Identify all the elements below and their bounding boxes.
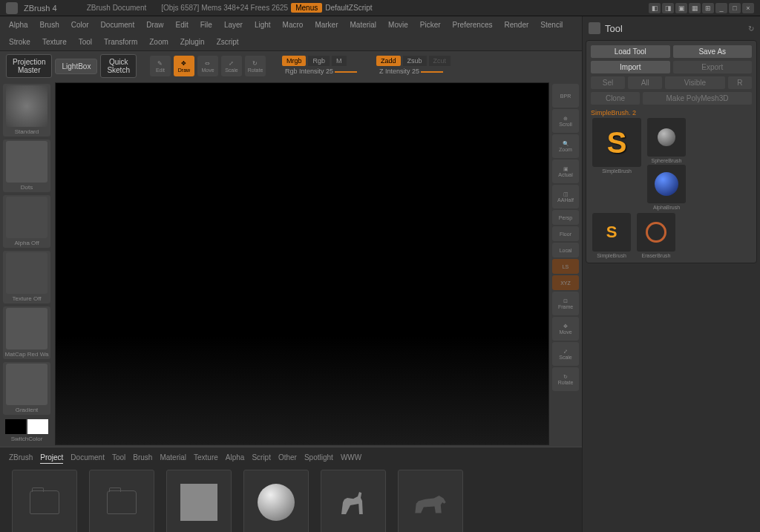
alpha-selector[interactable]: Alpha Off <box>3 195 50 248</box>
rotate-mode-button[interactable]: ↻Rotate <box>245 56 266 76</box>
load-tool-button[interactable]: Load Tool <box>591 45 670 58</box>
tool-thumb-active[interactable]: S SimpleBrush <box>591 118 643 210</box>
lb-tab-project[interactable]: Project <box>40 453 63 464</box>
menu-picker[interactable]: Picker <box>417 19 444 30</box>
persp-button[interactable]: Persp <box>552 210 579 225</box>
material-selector[interactable]: MatCap Red Wa <box>3 306 50 359</box>
lb-tab-material[interactable]: Material <box>160 453 186 464</box>
ls-button[interactable]: LS <box>552 259 579 274</box>
lb-item-defaultsphere[interactable]: DefaultSphere <box>240 470 312 532</box>
minimize-button[interactable]: _ <box>715 3 727 13</box>
lb-tab-script[interactable]: Script <box>252 453 271 464</box>
refresh-icon[interactable]: ↻ <box>748 24 754 33</box>
menu-zoom[interactable]: Zoom <box>146 36 171 47</box>
switch-color[interactable]: SwitchColor <box>3 418 50 444</box>
xyz-button[interactable]: XYZ <box>552 275 579 290</box>
win-btn-2[interactable]: ◨ <box>662 3 674 13</box>
win-btn-1[interactable]: ◧ <box>649 3 661 13</box>
rgb-intensity-slider[interactable]: Rgb Intensity 25 <box>282 66 360 76</box>
menu-brush[interactable]: Brush <box>37 19 62 30</box>
frame-button[interactable]: ⊡Frame <box>552 292 579 315</box>
lb-item-demorhino[interactable]: DemoRhino <box>395 470 466 532</box>
zcut-toggle[interactable]: Zcut <box>429 56 451 66</box>
all-button[interactable]: All <box>628 76 662 89</box>
menu-edit[interactable]: Edit <box>173 19 191 30</box>
edit-mode-button[interactable]: ✎Edit <box>150 56 171 76</box>
menu-material[interactable]: Material <box>347 19 380 30</box>
lb-tab-spotlight[interactable]: Spotlight <box>304 453 333 464</box>
scroll-button[interactable]: ⊕Scroll <box>552 109 579 133</box>
clone-button[interactable]: Clone <box>591 92 640 105</box>
mrgb-toggle[interactable]: Mrgb <box>282 56 307 66</box>
menu-transform[interactable]: Transform <box>101 36 140 47</box>
lb-tab-tool[interactable]: Tool <box>112 453 125 464</box>
win-btn-4[interactable]: ▦ <box>689 3 701 13</box>
make-polymesh-button[interactable]: Make PolyMesh3D <box>643 92 752 105</box>
save-as-button[interactable]: Save As <box>673 45 753 58</box>
tool-thumb-alpha[interactable]: AlphaBrush <box>646 165 687 210</box>
lb-item-mannequin[interactable]: Mannequin <box>86 470 157 532</box>
scale-nav-button[interactable]: ⤢Scale <box>552 342 579 366</box>
local-button[interactable]: Local <box>552 243 579 257</box>
default-script[interactable]: DefaultZScript <box>325 4 372 12</box>
draw-mode-button[interactable]: ✥Draw <box>174 56 194 76</box>
lb-tab-texture[interactable]: Texture <box>194 453 218 464</box>
lb-item-dog[interactable]: Tutorial View <box>318 470 389 532</box>
visible-button[interactable]: Visible <box>665 76 724 89</box>
maximize-button[interactable]: □ <box>729 3 741 13</box>
quick-sketch-button[interactable]: Quick Sketch <box>100 54 137 78</box>
menu-preferences[interactable]: Preferences <box>450 19 496 30</box>
projection-master-button[interactable]: Projection Master <box>6 54 52 78</box>
menu-light[interactable]: Light <box>252 19 274 30</box>
menu-movie[interactable]: Movie <box>385 19 411 30</box>
tool-panel-header[interactable]: Tool ↻ <box>586 19 757 37</box>
menu-zplugin[interactable]: Zplugin <box>177 36 208 47</box>
menu-document[interactable]: Document <box>98 19 138 30</box>
aahalf-button[interactable]: ◫AAHalf <box>552 185 579 208</box>
move-nav-button[interactable]: ✥Move <box>552 317 579 341</box>
tool-thumb-eraser[interactable]: EraserBrush <box>635 213 677 258</box>
brush-selector[interactable]: Standard <box>3 84 50 137</box>
rgb-toggle[interactable]: Rgb <box>308 56 330 66</box>
zoom-button[interactable]: 🔍Zoom <box>552 134 579 158</box>
export-button[interactable]: Export <box>673 61 753 73</box>
menu-alpha[interactable]: Alpha <box>6 19 31 30</box>
menu-layer[interactable]: Layer <box>221 19 246 30</box>
lb-tab-alpha[interactable]: Alpha <box>226 453 245 464</box>
scale-mode-button[interactable]: ⤢Scale <box>221 56 242 76</box>
texture-selector[interactable]: Texture Off <box>3 251 50 303</box>
menu-marker[interactable]: Marker <box>312 19 341 30</box>
lb-tab-www[interactable]: WWW <box>341 453 361 464</box>
menu-stroke[interactable]: Stroke <box>6 36 33 47</box>
menu-tool[interactable]: Tool <box>76 36 95 47</box>
menu-render[interactable]: Render <box>502 19 532 30</box>
r-button[interactable]: R <box>728 76 752 89</box>
menu-texture[interactable]: Texture <box>39 36 70 47</box>
win-btn-5[interactable]: ⊞ <box>702 3 714 13</box>
menu-color[interactable]: Color <box>68 19 92 30</box>
lightbox-button[interactable]: LightBox <box>55 59 97 74</box>
rotate-nav-button[interactable]: ↻Rotate <box>552 367 579 391</box>
menu-macro[interactable]: Macro <box>280 19 307 30</box>
menu-zscript[interactable]: Zscript <box>214 36 242 47</box>
move-mode-button[interactable]: ⇔Move <box>197 56 218 76</box>
stroke-selector[interactable]: Dots <box>3 139 50 192</box>
sel-button[interactable]: Sel <box>591 76 625 89</box>
color-picker[interactable]: Gradient <box>3 362 50 415</box>
floor-button[interactable]: Floor <box>552 226 579 241</box>
lb-tab-brush[interactable]: Brush <box>133 453 152 464</box>
z-intensity-slider[interactable]: Z Intensity 25 <box>376 66 451 76</box>
menus-badge[interactable]: Menus <box>291 3 322 13</box>
lb-tab-document[interactable]: Document <box>71 453 105 464</box>
lb-tab-other[interactable]: Other <box>278 453 297 464</box>
lb-item-up[interactable]: .. <box>9 470 80 532</box>
bpr-button[interactable]: BPR <box>552 84 579 108</box>
win-btn-3[interactable]: ▣ <box>675 3 687 13</box>
zsub-toggle[interactable]: Zsub <box>403 56 427 66</box>
close-button[interactable]: × <box>742 3 754 13</box>
menu-file[interactable]: File <box>197 19 215 30</box>
m-toggle[interactable]: M <box>332 56 347 66</box>
lb-tab-zbrush[interactable]: ZBrush <box>9 453 33 464</box>
actual-button[interactable]: ▣Actual <box>552 160 579 183</box>
import-button[interactable]: Import <box>591 61 670 73</box>
